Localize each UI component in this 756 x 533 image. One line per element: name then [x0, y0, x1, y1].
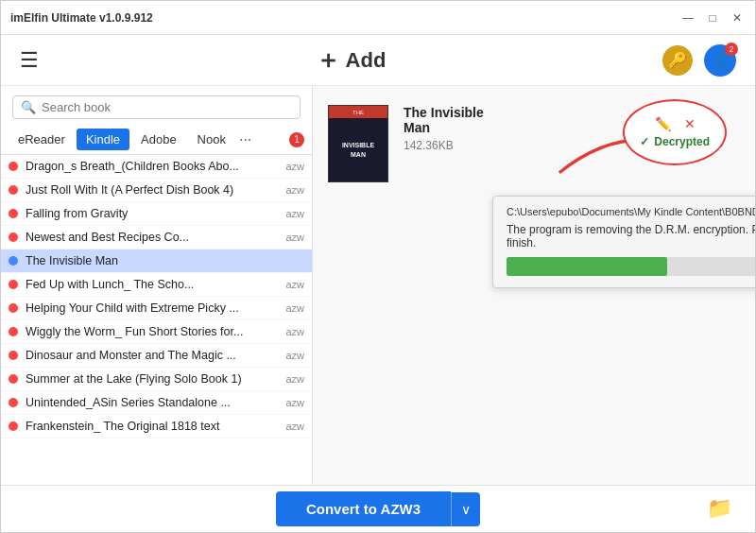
book-format: azw	[285, 397, 304, 408]
book-status-dot	[9, 280, 18, 289]
book-item[interactable]: Just Roll With It (A Perfect Dish Book 4…	[1, 179, 312, 202]
progress-bar-row: 50%	[507, 257, 755, 276]
book-status-dot	[9, 374, 18, 384]
book-format: azw	[285, 373, 304, 385]
book-item[interactable]: Dinosaur and Monster and The Magic ...az…	[1, 344, 312, 368]
book-size: 142.36KB	[404, 139, 484, 152]
book-format: azw	[285, 208, 304, 219]
search-box[interactable]: 🔍	[12, 95, 301, 119]
book-item[interactable]: The Invisible Man	[1, 249, 312, 273]
check-icon: ✓	[640, 135, 649, 148]
search-input[interactable]	[42, 100, 292, 114]
book-status-dot	[9, 232, 18, 242]
tab-kindle[interactable]: Kindle	[77, 129, 129, 150]
window-controls: — □ ✕	[679, 9, 746, 26]
book-format: azw	[285, 302, 304, 314]
decrypted-icons: ✏️ ✕	[655, 116, 696, 131]
main-content: 🔍 eReader Kindle Adobe Nook ··· 1 Dragon…	[1, 86, 755, 485]
book-item[interactable]: Wiggly the Worm_ Fun Short Stories for..…	[1, 320, 312, 344]
progress-bar-background	[507, 257, 755, 276]
book-status-dot	[9, 351, 18, 360]
book-status-dot	[9, 256, 18, 266]
maximize-button[interactable]: □	[704, 9, 721, 26]
plus-icon: ＋	[316, 43, 340, 77]
book-format: azw	[285, 421, 304, 432]
convert-dropdown-button[interactable]: ∨	[451, 492, 480, 526]
progress-popup: C:\Users\epubo\Documents\My Kindle Conte…	[492, 196, 755, 288]
add-button[interactable]: ＋ Add	[316, 43, 387, 77]
edit-icon[interactable]: ✏️	[655, 116, 671, 131]
book-format: azw	[285, 326, 304, 337]
tab-ereader[interactable]: eReader	[9, 129, 75, 150]
tab-nook[interactable]: Nook	[188, 129, 235, 150]
book-status-dot	[9, 421, 18, 431]
book-format: azw	[285, 350, 304, 361]
book-item[interactable]: Helping Your Child with Extreme Picky ..…	[1, 297, 312, 320]
key-icon[interactable]: 🔑	[662, 45, 693, 76]
book-title: Summer at the Lake (Flying Solo Book 1)	[26, 372, 278, 386]
book-cover: THE INVISIBLEMAN	[328, 105, 388, 182]
book-item[interactable]: Fed Up with Lunch_ The Scho...azw	[1, 273, 312, 297]
search-icon: 🔍	[21, 100, 36, 114]
book-title: The Invisible Man	[26, 254, 304, 267]
book-status-dot	[9, 303, 18, 313]
book-title: Newest and Best Recipes Co...	[26, 231, 278, 244]
book-status-dot	[9, 209, 18, 218]
book-title: Dragon_s Breath_(Children Books Abo...	[26, 160, 278, 173]
book-item[interactable]: Frankenstein_ The Original 1818 textazw	[1, 415, 312, 438]
book-format: azw	[285, 184, 304, 196]
book-title: Unintended_ASin Series Standalone ...	[26, 396, 278, 409]
book-title: Just Roll With It (A Perfect Dish Book 4…	[26, 183, 278, 197]
close-icon[interactable]: ✕	[684, 116, 696, 131]
right-panel: THE INVISIBLEMAN The InvisibleMan 142.36…	[313, 86, 755, 485]
hamburger-menu[interactable]: ☰	[20, 48, 39, 73]
bottom-bar: Convert to AZW3 ∨ 📁	[1, 485, 755, 532]
progress-bar-fill	[507, 257, 667, 276]
add-label: Add	[346, 48, 387, 73]
books-count-badge: 1	[289, 132, 304, 147]
tab-more[interactable]: ···	[239, 131, 251, 148]
book-format: azw	[285, 232, 304, 243]
book-status-dot	[9, 185, 18, 195]
book-title: Falling from Gravity	[26, 207, 278, 220]
book-item[interactable]: Unintended_ASin Series Standalone ...azw	[1, 391, 312, 415]
title-bar: imElfin Ultimate v1.0.9.912 — □ ✕	[1, 1, 755, 35]
book-title: Frankenstein_ The Original 1818 text	[26, 420, 278, 433]
book-status-dot	[9, 398, 18, 407]
left-panel: 🔍 eReader Kindle Adobe Nook ··· 1 Dragon…	[1, 86, 313, 485]
header-bar: ☰ ＋ Add 🔑 👤 2	[1, 35, 755, 86]
book-list: Dragon_s Breath_(Children Books Abo...az…	[1, 155, 312, 485]
notification-badge: 2	[725, 43, 738, 56]
book-item[interactable]: Newest and Best Recipes Co...azw	[1, 226, 312, 249]
book-detail: THE INVISIBLEMAN The InvisibleMan 142.36…	[328, 105, 484, 182]
book-title: Fed Up with Lunch_ The Scho...	[26, 278, 278, 291]
book-title: Helping Your Child with Extreme Picky ..…	[26, 301, 278, 315]
folder-icon[interactable]: 📁	[707, 496, 732, 521]
decrypted-box: ✏️ ✕ ✓ Decrypted	[623, 99, 727, 165]
tab-adobe[interactable]: Adobe	[131, 129, 186, 150]
book-item[interactable]: Falling from Gravityazw	[1, 202, 312, 226]
book-item[interactable]: Summer at the Lake (Flying Solo Book 1)a…	[1, 368, 312, 391]
book-format: azw	[285, 279, 304, 290]
book-status-dot	[9, 162, 18, 171]
app-title: imElfin Ultimate v1.0.9.912	[10, 11, 153, 25]
minimize-button[interactable]: —	[679, 9, 696, 26]
convert-button[interactable]: Convert to AZW3	[276, 491, 451, 526]
progress-message: The program is removing the D.R.M. encry…	[507, 223, 755, 249]
book-info: The InvisibleMan 142.36KB	[404, 105, 484, 152]
book-title: Dinosaur and Monster and The Magic ...	[26, 349, 278, 362]
book-item[interactable]: Dragon_s Breath_(Children Books Abo...az…	[1, 155, 312, 179]
app-window: imElfin Ultimate v1.0.9.912 — □ ✕ ☰ ＋ Ad…	[0, 0, 756, 533]
header-right: 🔑 👤 2	[662, 44, 736, 77]
book-format: azw	[285, 161, 304, 172]
decrypted-label: ✓ Decrypted	[640, 135, 710, 148]
book-name: The InvisibleMan	[404, 105, 484, 135]
book-title: Wiggly the Worm_ Fun Short Stories for..…	[26, 325, 278, 338]
user-icon[interactable]: 👤 2	[704, 44, 736, 77]
tabs-row: eReader Kindle Adobe Nook ··· 1	[1, 125, 312, 155]
close-button[interactable]: ✕	[729, 9, 746, 26]
book-status-dot	[9, 327, 18, 336]
progress-path: C:\Users\epubo\Documents\My Kindle Conte…	[507, 206, 755, 217]
